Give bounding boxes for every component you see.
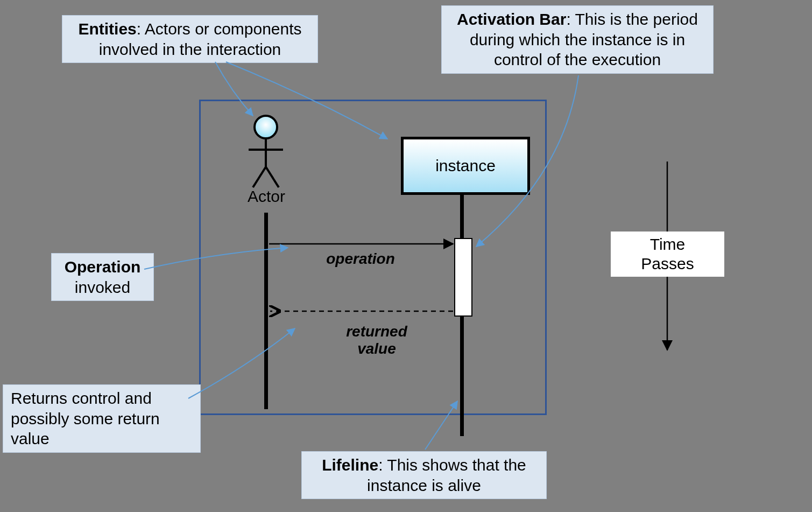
actor-label: Actor xyxy=(245,187,288,206)
callout-returns: Returns control and possibly some return… xyxy=(3,384,201,453)
time-passes-box: Time Passes xyxy=(611,232,724,277)
instance-label: instance xyxy=(435,157,496,175)
callout-lifeline: Lifeline: This shows that the instance i… xyxy=(301,451,547,499)
instance-box: instance xyxy=(401,137,530,195)
activation-bar xyxy=(454,238,472,317)
callout-activation-bar: Activation Bar: This is the period durin… xyxy=(441,5,714,74)
return-message-label: returned value xyxy=(334,323,420,357)
operation-message-label: operation xyxy=(307,250,414,268)
callout-operation: Operationinvoked xyxy=(51,253,154,301)
callout-entities: Entities: Actors or components involved … xyxy=(62,15,318,63)
actor-lifeline xyxy=(264,213,268,409)
